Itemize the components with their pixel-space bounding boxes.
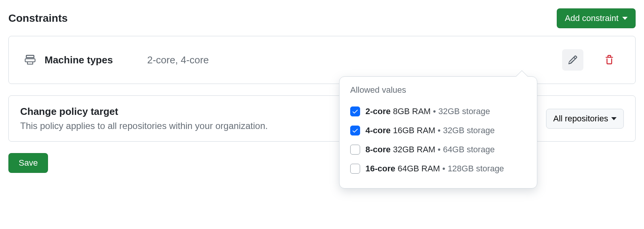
policy-target-panel: Change policy target This policy applies… — [8, 95, 636, 142]
save-button[interactable]: Save — [8, 153, 48, 173]
chevron-down-icon — [622, 17, 628, 20]
constraint-row: Machine types 2-core, 4-core — [9, 36, 635, 84]
pencil-icon — [568, 55, 578, 65]
option-label: 4-core 16GB RAM • 32GB storage — [365, 126, 495, 135]
allowed-values-popover: Allowed values 2-core 8GB RAM • 32GB sto… — [339, 76, 537, 181]
machine-option[interactable]: 16-core 64GB RAM • 128GB storage — [350, 159, 526, 178]
checkbox[interactable] — [350, 164, 360, 174]
checkbox[interactable] — [350, 106, 360, 116]
constraints-heading: Constraints — [8, 12, 68, 24]
server-icon — [24, 54, 36, 66]
checkbox[interactable] — [350, 145, 360, 155]
edit-button[interactable] — [562, 49, 583, 71]
policy-target-description: This policy applies to all repositories … — [20, 121, 268, 131]
trash-icon — [604, 55, 614, 65]
constraint-name: Machine types — [45, 54, 113, 66]
option-label: 16-core 64GB RAM • 128GB storage — [365, 164, 504, 174]
check-icon — [352, 127, 359, 134]
add-constraint-label: Add constraint — [565, 13, 618, 23]
policy-target-select[interactable]: All repositories — [546, 109, 624, 129]
checkbox[interactable] — [350, 126, 360, 135]
machine-option[interactable]: 2-core 8GB RAM • 32GB storage — [350, 102, 526, 121]
policy-target-title: Change policy target — [20, 106, 268, 118]
constraint-summary: 2-core, 4-core — [147, 54, 562, 66]
machine-option[interactable]: 4-core 16GB RAM • 32GB storage — [350, 121, 526, 140]
popover-title: Allowed values — [350, 85, 526, 95]
delete-button[interactable] — [599, 49, 620, 71]
option-label: 8-core 32GB RAM • 64GB storage — [365, 145, 495, 155]
option-label: 2-core 8GB RAM • 32GB storage — [365, 106, 490, 116]
constraint-panel: Machine types 2-core, 4-core — [8, 36, 636, 84]
chevron-down-icon — [611, 117, 617, 120]
machine-option[interactable]: 8-core 32GB RAM • 64GB storage — [350, 140, 526, 159]
check-icon — [352, 108, 359, 115]
add-constraint-button[interactable]: Add constraint — [557, 8, 636, 28]
policy-target-select-label: All repositories — [553, 114, 608, 124]
